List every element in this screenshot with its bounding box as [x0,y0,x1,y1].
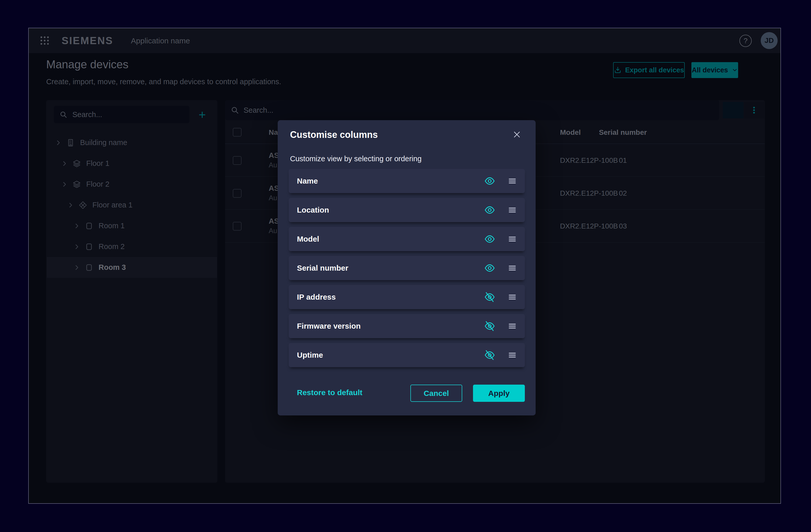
restore-to-default-button[interactable]: Restore to default [297,388,362,397]
visibility-on-icon[interactable] [482,173,498,189]
drag-handle-icon[interactable] [505,319,520,334]
customise-columns-modal: Customise columns Customize view by sele… [278,120,536,415]
modal-subtitle: Customize view by selecting or ordering [290,155,422,163]
drag-handle-icon[interactable] [505,232,520,246]
drag-handle-icon[interactable] [505,261,520,275]
column-label: IP address [297,293,336,301]
drag-handle-icon[interactable] [505,290,520,305]
visibility-off-icon[interactable] [482,318,498,334]
column-label: Location [297,206,329,214]
column-card-firmware-version[interactable]: Firmware version [289,314,525,338]
column-card-model[interactable]: Model [289,227,525,251]
visibility-on-icon[interactable] [482,202,498,218]
column-card-location[interactable]: Location [289,198,525,222]
apply-button[interactable]: Apply [473,385,525,402]
visibility-off-icon[interactable] [482,347,498,363]
column-card-name[interactable]: Name [289,169,525,193]
visibility-on-icon[interactable] [482,260,498,276]
screen: { "theme": { "accent": "#00cccc", "modal… [0,0,811,532]
column-label: Model [297,235,319,243]
column-label: Name [297,177,318,185]
column-card-ip-address[interactable]: IP address [289,285,525,309]
column-card-uptime[interactable]: Uptime [289,343,525,367]
column-card-serial-number[interactable]: Serial number [289,256,525,280]
drag-handle-icon[interactable] [505,348,520,363]
column-label: Uptime [297,351,323,360]
modal-title: Customise columns [290,130,378,140]
drag-handle-icon[interactable] [505,202,520,217]
visibility-off-icon[interactable] [482,289,498,305]
visibility-on-icon[interactable] [482,231,498,247]
column-label: Serial number [297,264,348,272]
drag-handle-icon[interactable] [505,173,520,188]
column-label: Firmware version [297,322,361,331]
close-icon[interactable] [510,128,523,141]
cancel-button[interactable]: Cancel [410,385,462,402]
